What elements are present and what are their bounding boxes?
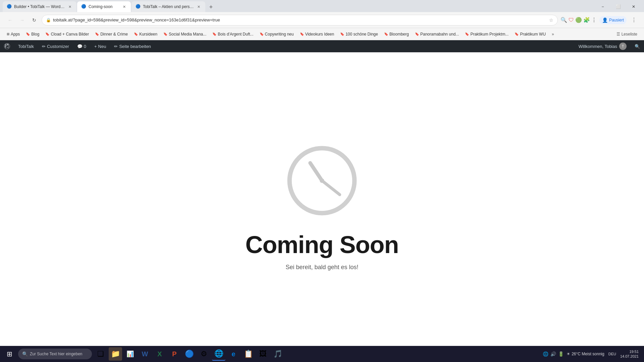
app9-icon: ⚙ <box>201 350 207 358</box>
svg-point-3 <box>320 178 324 183</box>
app9[interactable]: ⚙ <box>197 347 211 361</box>
wp-comment-icon: 💬 <box>77 44 83 49</box>
ext-shield[interactable]: 🛡 <box>569 17 574 23</box>
video-favicon: 🔖 <box>300 32 304 36</box>
bloomberg-favicon: 🔖 <box>384 32 388 36</box>
taskbar-search[interactable]: 🔍 Zur Suche Text hier eingeben <box>18 349 92 359</box>
edge-app[interactable]: e <box>227 347 240 361</box>
spotify-icon: 🎵 <box>273 350 282 358</box>
wp-new[interactable]: + Neu <box>90 40 110 52</box>
wp-new-icon: + <box>94 44 97 49</box>
tab2-title: Coming-soon <box>89 4 119 9</box>
ext-green[interactable]: 🟢 <box>575 17 582 23</box>
ext-search[interactable]: 🔍 <box>560 17 567 23</box>
excel-icon: X <box>157 350 162 358</box>
back-button[interactable]: ← <box>5 15 15 25</box>
profile-button[interactable]: 👤 Pausiert <box>599 16 627 24</box>
browser-menu-button[interactable]: ⋮ <box>629 15 639 25</box>
tab-1[interactable]: 🔵 Builder • TobiTalk — WordPress ✕ <box>3 1 76 12</box>
bois-favicon: 🔖 <box>212 32 216 36</box>
100-favicon: 🔖 <box>340 32 344 36</box>
wp-customizer[interactable]: ✏ Customizer <box>38 40 73 52</box>
bookmark-kurs[interactable]: 🔖 Kursideen <box>131 30 160 39</box>
bookmark-100-label: 100 schöne Dinge <box>345 32 378 37</box>
bookmark-praktikum1[interactable]: 🔖 Praktikum Projektm... <box>462 30 511 39</box>
bookmark-cload[interactable]: 🔖 Cload + Canva Bilder <box>43 30 92 39</box>
bookmark-video[interactable]: 🔖 Videokurs Ideen <box>297 30 337 39</box>
wp-new-label: Neu <box>98 44 106 49</box>
bookmark-bloomberg[interactable]: 🔖 Bloomberg <box>381 30 412 39</box>
wp-site-name[interactable]: TobiTalk <box>14 40 38 52</box>
app12-icon: 📋 <box>244 350 253 358</box>
new-tab-button[interactable]: + <box>206 2 216 12</box>
bookmark-copy-label: Copywriting neu <box>265 32 294 37</box>
task-manager-app[interactable]: 📊 <box>123 347 137 361</box>
spotify-app[interactable]: 🎵 <box>271 347 284 361</box>
kurs-favicon: 🔖 <box>134 32 138 36</box>
profile-icon: 👤 <box>602 17 608 23</box>
tab1-close[interactable]: ✕ <box>67 4 72 9</box>
bookmarks-more[interactable]: » <box>549 30 557 39</box>
bookmark-panorama[interactable]: 🔖 Panoramabahn und... <box>412 30 462 39</box>
bookmark-apps[interactable]: ⊞ Apps <box>4 30 22 39</box>
wp-user-menu[interactable]: Willkommen, Tobias T <box>575 43 631 50</box>
star-icon[interactable]: ☆ <box>549 17 553 23</box>
bookmark-bois[interactable]: 🔖 Bois d'Argent Duft... <box>210 30 256 39</box>
wp-admin-right: Willkommen, Tobias T 🔍 <box>575 43 644 50</box>
wp-customizer-icon: ✏ <box>42 44 46 49</box>
close-button[interactable]: ✕ <box>626 1 641 12</box>
app12[interactable]: 📋 <box>241 347 255 361</box>
app8-icon: 🔵 <box>185 350 194 358</box>
profile-label: Pausiert <box>609 18 624 22</box>
bookmark-bloomberg-label: Bloomberg <box>389 32 409 37</box>
start-button[interactable]: ⊞ <box>3 347 16 361</box>
tab-3[interactable]: 🔵 TobiTalk – Aktien und persönlich... ✕ <box>131 1 205 12</box>
browser-extensions: 🔍 🛡 🟢 🧩 ⋮ <box>560 17 597 23</box>
tab3-close[interactable]: ✕ <box>196 4 201 9</box>
tab-2[interactable]: 🔵 Coming-soon ✕ <box>77 1 131 12</box>
weather-icon: ☀ <box>567 352 570 356</box>
bookmark-dinner-label: Dinner & Crime <box>100 32 128 37</box>
excel-app[interactable]: X <box>153 347 166 361</box>
taskbar-clock[interactable]: 19:51 14.07.2021 <box>620 349 639 359</box>
reload-button[interactable]: ↻ <box>30 15 39 25</box>
wp-comments[interactable]: 💬 0 <box>73 40 90 52</box>
app8[interactable]: 🔵 <box>182 347 196 361</box>
word-app[interactable]: W <box>138 347 152 361</box>
coming-soon-title: Coming Soon <box>246 231 399 258</box>
battery-icon[interactable]: 🔋 <box>558 351 564 357</box>
reading-list-button[interactable]: ☰ Leseliste <box>614 30 640 39</box>
wp-search-button[interactable]: 🔍 <box>631 44 644 49</box>
minimize-button[interactable]: − <box>595 1 610 12</box>
ext-puzzle[interactable]: 🧩 <box>583 17 590 23</box>
powerpoint-app[interactable]: P <box>168 347 181 361</box>
network-icon[interactable]: 🌐 <box>543 351 548 357</box>
wp-edit-page[interactable]: ✏ Seite bearbeiten <box>110 40 155 52</box>
clock-time: 19:51 <box>629 349 639 354</box>
wp-logo[interactable] <box>0 40 14 52</box>
bookmark-social[interactable]: 🔖 Social Media Mana... <box>161 30 209 39</box>
language-indicator[interactable]: DEU <box>607 351 618 357</box>
chrome-app[interactable]: 🌐 <box>212 347 225 361</box>
bookmark-dinner[interactable]: 🔖 Dinner & Crime <box>92 30 130 39</box>
bookmark-video-label: Videokurs Ideen <box>305 32 334 37</box>
volume-icon[interactable]: 🔊 <box>550 351 556 357</box>
wp-welcome-text: Willkommen, Tobias <box>579 44 617 49</box>
bookmark-100[interactable]: 🔖 100 schöne Dinge <box>337 30 381 39</box>
app13[interactable]: 🖼 <box>256 347 270 361</box>
bookmark-blog[interactable]: 🔖 Blog <box>23 30 42 39</box>
chrome-icon: 🌐 <box>214 349 223 358</box>
browser-window: 🔵 Builder • TobiTalk — WordPress ✕ 🔵 Com… <box>0 0 644 362</box>
bookmark-copy[interactable]: 🔖 Copywriting neu <box>257 30 297 39</box>
tab2-close[interactable]: ✕ <box>121 4 127 9</box>
maximize-button[interactable]: ⬜ <box>610 1 626 12</box>
weather-widget[interactable]: ☀ 26°C Meist sonnig <box>567 352 604 356</box>
clock-date: 14.07.2021 <box>620 354 639 359</box>
ext-list[interactable]: ⋮ <box>591 17 597 23</box>
file-explorer-app[interactable]: 📁 <box>109 347 122 361</box>
task-view-app[interactable]: ❏ <box>94 347 107 361</box>
url-bar[interactable]: 🔒 tobitalk.at/?page_id=598&preview_id=59… <box>42 15 558 25</box>
bookmark-blog-label: Blog <box>31 32 39 37</box>
bookmark-praktikumwu[interactable]: 🔖 Praktikum WU <box>512 30 548 39</box>
forward-button[interactable]: → <box>17 15 27 25</box>
